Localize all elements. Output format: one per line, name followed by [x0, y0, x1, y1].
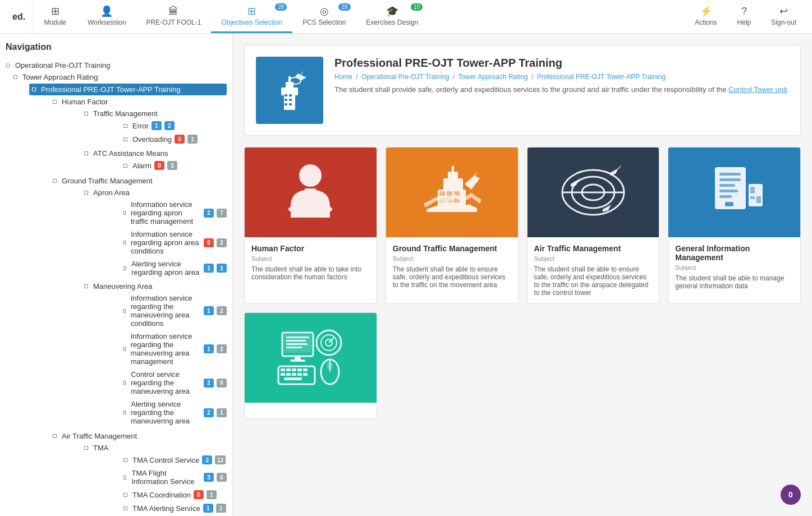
tree-item[interactable]: TMATMA Control Service212TMA Flight Info… — [53, 441, 227, 516]
svg-rect-55 — [292, 373, 296, 376]
tree-item[interactable]: TMA Alerting Service11 — [84, 501, 227, 515]
tree-badge: 2 — [217, 238, 227, 247]
tree-item[interactable]: Ground Traffic ManagementApron AreaInfor… — [29, 174, 227, 430]
tree-square-icon — [123, 493, 127, 497]
card-general-info-image — [668, 148, 800, 237]
tree-square-icon — [123, 164, 127, 168]
tree-item[interactable]: Information service regarding the maneuv… — [84, 292, 227, 330]
tree-item[interactable]: Information service regarding apron area… — [84, 228, 227, 257]
tree-label-text: TMA — [93, 444, 108, 452]
card-air-traffic[interactable]: Air Traffic ManagementSubjectThe student… — [527, 147, 660, 304]
card-air-traffic-title: Air Traffic Management — [534, 244, 653, 253]
svg-rect-44 — [286, 347, 302, 348]
tree-label-text: Alarm — [132, 162, 152, 170]
nav-item-actions[interactable]: ⚡Actions — [685, 0, 727, 33]
top-nav: ed. ⊞Module👤Worksession🏛PRE-OJT FOOL-128… — [0, 0, 812, 34]
tree-badge: 1 — [187, 135, 198, 144]
floating-badge[interactable]: 0 — [781, 485, 801, 505]
tree-item[interactable]: Information service regarding apron traf… — [84, 198, 227, 228]
card-human-factor[interactable]: Human FactorSubjectThe student shall be … — [244, 147, 377, 304]
svg-rect-31 — [719, 184, 735, 187]
card-general-info-title: General Information Management — [675, 244, 793, 262]
tree-item[interactable]: Apron AreaInformation service regarding … — [53, 186, 227, 280]
tree-square-icon — [123, 241, 126, 245]
card-general-info-body: General Information ManagementSubjectThe… — [668, 237, 800, 297]
nav-item-worksession[interactable]: 👤Worksession — [77, 0, 136, 33]
header-title: Professional PRE-OJT Tower-APP Training — [334, 57, 787, 70]
tree-item[interactable]: Overloading01 — [84, 132, 227, 146]
tree-square-icon — [32, 87, 36, 91]
breadcrumb-item-0[interactable]: Home — [334, 73, 352, 81]
tree-label-text: Operational Pre-OJT Training — [15, 61, 111, 70]
module-icon: ⊞ — [51, 5, 59, 17]
actions-label: Actions — [695, 19, 717, 26]
tree-item[interactable]: Traffic ManagementError12Overloading01 — [53, 107, 227, 147]
tree-badge: 2 — [217, 344, 227, 353]
tree-item[interactable]: TMA Flight Information Service36 — [84, 467, 227, 488]
nav-item-pcs[interactable]: 28◎PCS Selection — [292, 0, 356, 33]
tree-circle-icon — [6, 63, 10, 68]
svg-rect-56 — [297, 373, 302, 376]
svg-rect-50 — [292, 368, 296, 371]
tree-item[interactable]: Error12 — [84, 119, 227, 132]
tree-square-icon — [53, 434, 57, 438]
svg-rect-17 — [452, 166, 454, 174]
svg-point-11 — [299, 164, 322, 187]
tree-item[interactable]: Information service regarding the maneuv… — [84, 330, 227, 368]
tree-square-icon — [53, 100, 57, 104]
tree-item[interactable]: Professional PRE-OJT Tower-APP TrainingH… — [13, 82, 227, 516]
tree-square-icon — [123, 347, 126, 351]
svg-rect-58 — [284, 377, 302, 380]
tree-badge: 1 — [207, 490, 217, 499]
tree-badge: 3 — [167, 161, 177, 170]
svg-rect-18 — [439, 191, 445, 196]
tree-label-text: Information service regarding the maneuv… — [131, 294, 201, 328]
tree-item[interactable]: Alarm03 — [84, 159, 227, 172]
tree-item[interactable]: TMA Control Service212 — [84, 453, 227, 467]
signout-label: Sign-out — [771, 19, 796, 26]
tree-item[interactable]: ATC Assistance MeansAlarm03 — [53, 147, 227, 173]
nav-item-objectives[interactable]: 28⊞Objectives Selection — [211, 0, 292, 33]
tree-item[interactable]: Tower Approach RatingProfessional PRE-OJ… — [6, 71, 227, 516]
card-general-info[interactable]: General Information ManagementSubjectThe… — [668, 147, 801, 304]
tree-badge: 2 — [217, 306, 227, 315]
svg-rect-36 — [750, 187, 755, 194]
tree-badge: 2 — [202, 455, 212, 464]
svg-rect-53 — [281, 373, 285, 376]
control-tower-link[interactable]: Control Tower unit — [728, 85, 787, 94]
main-content: Professional PRE-OJT Tower-APP Training … — [233, 34, 812, 516]
tree-item[interactable]: TMA Coordination01 — [84, 488, 227, 501]
tree-item[interactable]: Alerting service regarding apron area12 — [84, 257, 227, 279]
nav-item-signout[interactable]: ↩Sign-out — [761, 0, 806, 33]
tree-label-text: Control service regarding the maneuverin… — [131, 370, 201, 395]
tree-label-text: TMA Coordination — [132, 491, 191, 499]
svg-rect-57 — [303, 373, 308, 376]
nav-item-pre-ojt[interactable]: 🏛PRE-OJT FOOL-1 — [136, 0, 212, 33]
nav-item-exercises[interactable]: 10🎓Exercises Design — [356, 0, 429, 33]
tree-item[interactable]: Maneuvering AreaInformation service rega… — [53, 280, 227, 429]
card-ground-traffic[interactable]: Ground Traffic ManagementSubjectThe stud… — [386, 147, 519, 304]
tree-item[interactable]: Alerting service regarding the maneuveri… — [84, 398, 227, 427]
tree-label-text: Professional PRE-OJT Tower-APP Training — [41, 85, 181, 94]
card-computer[interactable] — [244, 312, 377, 419]
card-ground-traffic-image — [386, 148, 518, 237]
tree-label-text: Maneuvering Area — [93, 282, 153, 291]
tree-item[interactable]: Operational Pre-OJT TrainingTower Approa… — [6, 59, 227, 516]
tree-item[interactable]: Control service regarding the maneuverin… — [84, 368, 227, 398]
breadcrumb: Home / Operational Pre-OJT Training / To… — [334, 73, 787, 81]
svg-rect-37 — [756, 196, 761, 203]
tree-item[interactable]: Human FactorTraffic ManagementError12Ove… — [29, 95, 227, 174]
breadcrumb-item-1[interactable]: Operational Pre-OJT Training — [361, 73, 449, 81]
exercises-label: Exercises Design — [366, 19, 419, 26]
tree-badge: 1 — [152, 121, 162, 130]
tree-badge-extra: 2 — [217, 264, 227, 273]
breadcrumb-item-3[interactable]: Professional PRE-OJT Tower-APP Training — [537, 73, 666, 81]
breadcrumb-item-2[interactable]: Tower Approach Rating — [458, 73, 528, 81]
nav-item-module[interactable]: ⊞Module — [33, 0, 77, 33]
tree-label-text: Information service regarding apron traf… — [131, 200, 201, 225]
svg-rect-48 — [281, 368, 285, 371]
svg-rect-10 — [289, 103, 292, 105]
svg-rect-32 — [719, 190, 738, 192]
tree-item[interactable]: Air Traffic ManagementTMATMA Control Ser… — [29, 430, 227, 516]
nav-item-help[interactable]: ?Help — [727, 0, 761, 33]
